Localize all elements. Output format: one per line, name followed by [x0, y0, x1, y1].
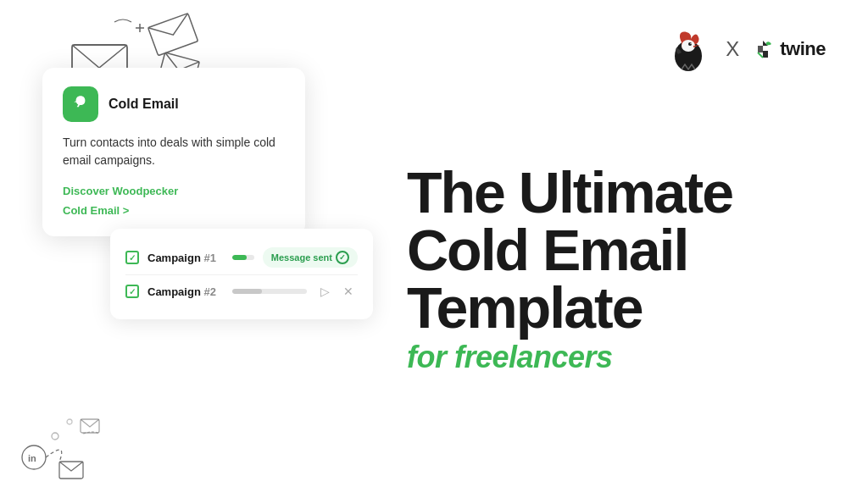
- card-header: Cold Email: [63, 86, 285, 122]
- campaign-card: Campaign #1 Message sent ✓ Campaign #2: [110, 229, 373, 319]
- campaign-2-progress: [232, 289, 307, 294]
- right-side: X twine The Ultimate Cold Email Template: [390, 0, 868, 487]
- twine-brand-icon: [751, 37, 775, 61]
- campaign-1-checkbox[interactable]: [125, 251, 139, 264]
- status-check-icon: ✓: [336, 251, 349, 264]
- card-icon: [63, 86, 98, 122]
- logo-area: X twine: [663, 24, 826, 75]
- campaign-2-name: Campaign #2: [147, 285, 224, 298]
- twine-logo: twine: [751, 37, 826, 61]
- card-description: Turn contacts into deals with simple col…: [63, 134, 285, 169]
- play-icon[interactable]: ▷: [315, 282, 334, 301]
- card-link-discover[interactable]: Discover Woodpecker Cold Email >: [63, 181, 285, 221]
- svg-point-10: [52, 433, 58, 440]
- headline-area: The Ultimate Cold Email Template for fre…: [407, 163, 826, 375]
- campaign-1-name: Campaign #1: [147, 252, 224, 264]
- logo-x-separator: X: [726, 37, 739, 61]
- svg-point-14: [682, 40, 695, 52]
- campaign-row-1: Campaign #1 Message sent ✓: [125, 241, 358, 274]
- close-icon[interactable]: ✕: [339, 282, 358, 301]
- svg-point-11: [67, 419, 72, 424]
- svg-point-16: [691, 43, 692, 44]
- message-sent-badge: Message sent ✓: [263, 247, 358, 268]
- campaign-2-actions: ▷ ✕: [315, 282, 358, 301]
- headline-line-1: The Ultimate: [407, 163, 826, 221]
- woodpecker-card-icon: [70, 93, 92, 115]
- left-side: Cold Email Turn contacts into deals with…: [0, 0, 390, 487]
- headline-line-2: Cold Email: [407, 221, 826, 279]
- headline-sub: for freelancers: [407, 340, 826, 375]
- woodpecker-logo: [663, 24, 714, 75]
- svg-text:in: in: [28, 453, 36, 463]
- card-title: Cold Email: [108, 97, 179, 112]
- main-ui-card: Cold Email Turn contacts into deals with…: [42, 68, 305, 236]
- campaign-1-progress: [232, 255, 254, 260]
- campaign-2-checkbox[interactable]: [125, 285, 139, 298]
- twine-brand-name: twine: [780, 38, 826, 60]
- sketch-bottom-decoration: in: [8, 373, 144, 483]
- headline-line-3: Template: [407, 279, 826, 336]
- main-container: Cold Email Turn contacts into deals with…: [0, 0, 868, 487]
- campaign-row-2: Campaign #2 ▷ ✕: [125, 274, 358, 307]
